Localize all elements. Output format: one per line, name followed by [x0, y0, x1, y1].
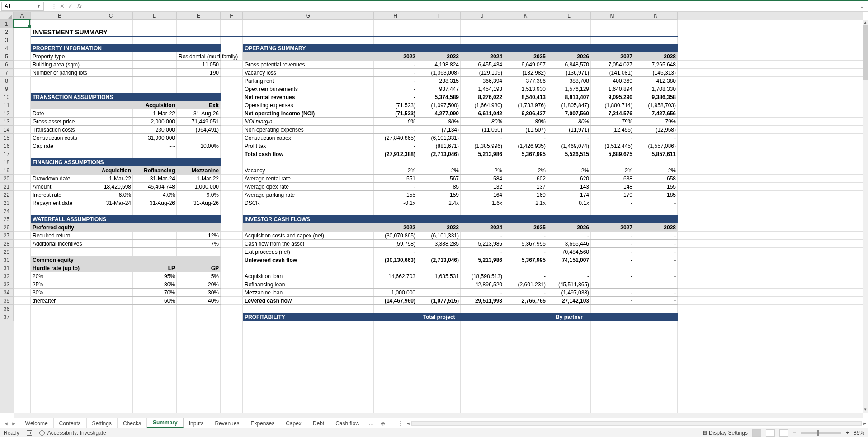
expand-formula-icon[interactable]: ⌄: [859, 3, 866, 10]
formula-input[interactable]: [85, 2, 859, 11]
fx-icon[interactable]: fx: [74, 3, 85, 10]
name-box[interactable]: A1▼: [1, 2, 44, 11]
cancel-icon: ✕: [58, 3, 66, 10]
formula-bar: A1▼ ⋮ ✕ ✓ fx ⌄: [0, 1, 868, 12]
expand-icon[interactable]: ⋮: [50, 3, 58, 10]
confirm-icon: ✓: [66, 3, 74, 10]
